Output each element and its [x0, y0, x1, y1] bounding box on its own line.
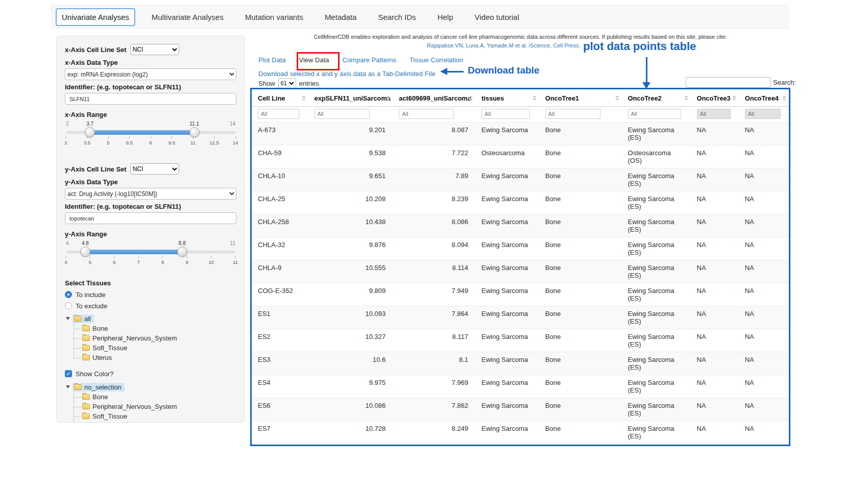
- table-row[interactable]: COG-E-3529.8097.949Ewing SarcomaBoneEwin…: [252, 283, 789, 306]
- x-cell-line-set-select[interactable]: NCI: [130, 44, 179, 55]
- y-cell-line-set-select[interactable]: NCI: [130, 163, 179, 175]
- show-color-checkbox-row[interactable]: ✓ Show Color?: [65, 369, 236, 379]
- sort-icon[interactable]: [302, 95, 306, 101]
- tree-root-label[interactable]: all: [84, 315, 91, 323]
- nav-tab-search-ids[interactable]: Search IDs: [373, 9, 421, 25]
- tree-item[interactable]: Bone: [82, 324, 236, 333]
- tree-root-no-selection[interactable]: no_selection: [66, 382, 236, 392]
- table-row[interactable]: ES610.0867.862Ewing SarcomaBoneEwing Sar…: [252, 398, 789, 421]
- nav-tab-help[interactable]: Help: [432, 9, 459, 25]
- entries-count-select[interactable]: 61: [278, 78, 296, 88]
- table-row[interactable]: CHLA-910.5558.114Ewing SarcomaBoneEwing …: [252, 260, 789, 283]
- table-row[interactable]: CHLA-109.6517.89Ewing SarcomaBoneEwing S…: [252, 168, 789, 191]
- radio-exclude-icon[interactable]: [65, 302, 72, 309]
- citation-reference-link[interactable]: Rajapakse.VN, Luna.A, Yamade.M et al. iS…: [251, 41, 789, 50]
- tree-root-label[interactable]: no_selection: [84, 383, 122, 391]
- radio-to-include[interactable]: To include: [65, 289, 236, 300]
- column-header[interactable]: OncoTree1: [539, 89, 622, 107]
- column-filter-input[interactable]: [399, 109, 454, 119]
- radio-to-exclude[interactable]: To exclude: [65, 300, 236, 311]
- tree-collapse-icon[interactable]: [66, 317, 70, 320]
- tree-item-label[interactable]: Uterus: [92, 354, 112, 361]
- x-identifier-input[interactable]: [65, 93, 236, 105]
- column-header[interactable]: tissues: [475, 89, 539, 107]
- table-row[interactable]: ES710.7288.249Ewing SarcomaBoneEwing Sar…: [252, 421, 789, 444]
- nav-tab-video-tutorial[interactable]: Video tutorial: [469, 9, 524, 25]
- y-data-type-select[interactable]: act: Drug Activity (-log10[IC50M]): [65, 188, 236, 200]
- table-cell: NA: [691, 191, 739, 214]
- tree-item-label[interactable]: Peripheral_Nervous_System: [92, 334, 177, 342]
- table-row[interactable]: CHLA-2510.2088.239Ewing SarcomaBoneEwing…: [252, 191, 789, 214]
- y-identifier-input[interactable]: [65, 212, 236, 224]
- tree-item-label[interactable]: Soft_Tissue: [92, 344, 127, 352]
- column-filter-input[interactable]: [481, 109, 530, 119]
- table-cell: NA: [739, 260, 789, 283]
- column-filter-input[interactable]: [745, 109, 781, 119]
- tree-item-label[interactable]: Bone: [92, 325, 108, 332]
- tree-item-label[interactable]: Soft_Tissue: [92, 412, 127, 420]
- column-header[interactable]: OncoTree4: [739, 89, 789, 107]
- sort-icon[interactable]: [782, 95, 786, 101]
- sort-icon[interactable]: [469, 95, 473, 101]
- sort-icon[interactable]: [615, 95, 619, 101]
- tree-item-label[interactable]: Bone: [92, 393, 108, 401]
- sort-icon[interactable]: [533, 95, 537, 101]
- radio-include-icon[interactable]: [65, 291, 72, 298]
- nav-tab-multivariate-analyses[interactable]: Multivariate Analyses: [147, 9, 229, 25]
- tree-item-label[interactable]: Peripheral_Nervous_System: [92, 403, 177, 410]
- table-row[interactable]: ES49.9757.969Ewing SarcomaBoneEwing Sarc…: [252, 375, 789, 398]
- tree-item[interactable]: Bone: [82, 392, 236, 402]
- table-row[interactable]: A-6739.2018.087Ewing SarcomaBoneEwing Sa…: [252, 123, 789, 145]
- subtab-tissue-correlation[interactable]: Tissue Correlation: [409, 56, 463, 64]
- y-slider-min-label: 4: [66, 240, 69, 246]
- folder-icon: [82, 326, 90, 331]
- column-header[interactable]: expSLFN11_uniSarcoma: [308, 89, 393, 107]
- sort-icon[interactable]: [386, 95, 390, 101]
- column-filter-input[interactable]: [628, 109, 681, 119]
- tree-item[interactable]: Peripheral_Nervous_System: [82, 333, 236, 343]
- column-filter-input[interactable]: [545, 109, 600, 119]
- subtab-compare-patterns[interactable]: Compare Patterns: [343, 56, 397, 64]
- tree-item[interactable]: Soft_Tissue: [82, 411, 236, 421]
- nav-tab-mutation-variants[interactable]: Mutation variants: [240, 9, 308, 25]
- table-cell: Bone: [539, 306, 622, 329]
- nav-tab-univariate-analyses[interactable]: Univariate Analyses: [56, 8, 135, 26]
- table-row[interactable]: ES810.4498.121Ewing SarcomaBoneEwing Sar…: [252, 444, 789, 447]
- checkbox-checked-icon[interactable]: ✓: [65, 370, 72, 377]
- x-slider-handle-from[interactable]: [85, 127, 95, 137]
- subtab-plot-data[interactable]: Plot Data: [258, 56, 285, 64]
- table-cell: NA: [739, 398, 789, 421]
- x-data-type-select[interactable]: exp: mRNA Expression (log2): [65, 68, 236, 80]
- tree-root-all[interactable]: all: [66, 313, 236, 324]
- tree-item[interactable]: Uterus: [82, 353, 236, 362]
- tree-item-label[interactable]: Uterus: [92, 422, 112, 423]
- column-header[interactable]: OncoTree2: [622, 89, 691, 107]
- table-row[interactable]: ES310.68.1Ewing SarcomaBoneEwing Sarcoma…: [252, 352, 789, 375]
- x-axis-range-slider[interactable]: 2 14 3.7 11.1 23.556.589.51112.514: [66, 121, 235, 148]
- y-axis-range-slider[interactable]: 4 11 4.8 8.8 4567891011: [66, 240, 235, 267]
- table-row[interactable]: CHLA-329.8768.094Ewing SarcomaBoneEwing …: [252, 237, 789, 260]
- y-slider-handle-from[interactable]: [80, 247, 90, 257]
- table-row[interactable]: ES110.0937.864Ewing SarcomaBoneEwing Sar…: [252, 306, 789, 329]
- x-slider-handle-to[interactable]: [189, 127, 200, 137]
- column-header[interactable]: Cell Line: [252, 89, 308, 107]
- search-input[interactable]: [686, 77, 770, 88]
- table-row[interactable]: CHA-599.5387.722OsteosarcomaBoneOsteosar…: [252, 145, 789, 168]
- column-header[interactable]: OncoTree3: [691, 89, 739, 107]
- tree-item[interactable]: Uterus: [82, 421, 236, 423]
- table-row[interactable]: CHLA-25810.4388.086Ewing SarcomaBoneEwin…: [252, 214, 789, 237]
- column-filter-input[interactable]: [697, 109, 731, 119]
- y-slider-handle-to[interactable]: [177, 247, 187, 257]
- column-header[interactable]: act609699_uniSarcoma: [393, 89, 475, 107]
- tree-item[interactable]: Peripheral_Nervous_System: [82, 402, 236, 411]
- nav-tab-metadata[interactable]: Metadata: [320, 9, 362, 25]
- tree-children: BonePeripheral_Nervous_SystemSoft_Tissue…: [66, 392, 236, 423]
- table-row[interactable]: ES210.3278.117Ewing SarcomaBoneEwing Sar…: [252, 329, 789, 352]
- tree-item[interactable]: Soft_Tissue: [82, 343, 236, 353]
- download-tab-delimited-link[interactable]: Download selected x and y axis data as a…: [258, 70, 436, 78]
- tree-collapse-icon[interactable]: [66, 385, 70, 388]
- column-filter-input[interactable]: [258, 109, 299, 119]
- sort-icon[interactable]: [732, 95, 736, 101]
- sort-icon[interactable]: [684, 95, 688, 101]
- column-filter-input[interactable]: [315, 109, 370, 119]
